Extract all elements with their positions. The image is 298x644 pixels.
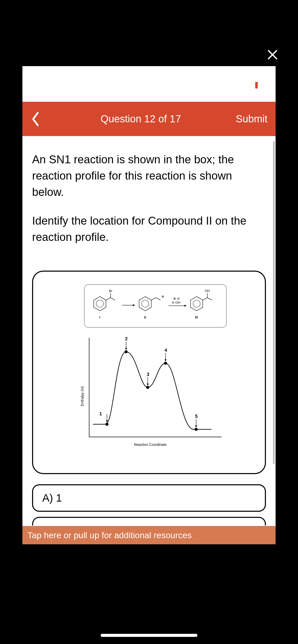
svg-line-16 [207,298,212,300]
figure-container: Br I ⊕ II [32,271,266,474]
label-reagent-charges: ⊕ ⊖ [173,297,180,300]
point-label-5: 5 [195,414,198,419]
answer-option-a-label: A) 1 [42,492,62,504]
reaction-scheme-svg: Br I ⊕ II [85,285,227,328]
point-label-4: 4 [165,348,167,353]
svg-line-2 [106,298,111,300]
scrollbar[interactable] [273,141,275,464]
additional-resources-label: Tap here or pull up for additional resou… [28,530,192,540]
answer-option-a[interactable]: A) 1 [32,484,266,512]
label-plus: ⊕ [161,295,164,298]
answer-option-next-partial[interactable] [32,517,266,525]
label-oh: OH [205,289,210,293]
label-compound-2: II [144,315,146,319]
label-compound-3: III [195,315,198,319]
label-reagent: K OH [172,301,180,304]
svg-point-20 [105,423,109,426]
submit-button[interactable]: Submit [236,113,268,125]
svg-line-3 [111,298,115,300]
svg-line-10 [156,298,160,300]
question-paragraph-1: An SN1 reaction is shown in the box; the… [32,151,266,200]
close-icon[interactable] [266,48,279,61]
back-button[interactable] [31,111,46,127]
svg-point-23 [164,362,167,365]
screen-root: Question 12 of 17 Submit An SN1 reaction… [0,0,298,644]
question-content: An SN1 reaction is shown in the box; the… [22,136,276,544]
svg-point-21 [125,350,128,353]
question-navbar: Question 12 of 17 Submit [22,102,276,136]
label-compound-1: I [99,315,100,319]
question-text: An SN1 reaction is shown in the box; the… [22,136,276,263]
card-top-strip [22,66,276,102]
svg-point-14 [193,300,200,307]
svg-marker-12 [184,305,186,307]
additional-resources-bar[interactable]: Tap here or pull up for additional resou… [22,526,276,544]
svg-line-9 [151,298,156,300]
svg-marker-34 [195,426,197,428]
question-counter: Question 12 of 17 [101,113,181,125]
plot-ylabel: Enthalpy (H) [80,386,84,406]
label-br: Br [109,289,113,293]
question-card: Question 12 of 17 Submit An SN1 reaction… [22,66,276,544]
reaction-scheme-box: Br I ⊕ II [84,284,227,328]
home-indicator[interactable] [101,634,197,637]
svg-point-22 [146,386,149,389]
svg-marker-28 [125,348,127,350]
svg-marker-6 [133,304,135,306]
question-paragraph-2: Identify the location for Compound II on… [32,213,266,245]
point-label-1: 1 [99,411,102,416]
svg-point-1 [96,300,103,307]
svg-marker-30 [147,384,149,386]
point-label-2: 2 [125,336,128,341]
reaction-profile-plot: Enthalpy (H) Reaction Coordinate [69,330,232,452]
svg-line-15 [203,298,207,300]
point-label-3: 3 [147,372,149,377]
svg-point-24 [195,428,198,431]
svg-marker-0 [94,297,106,311]
plot-xlabel: Reaction Coordinate [134,443,167,447]
svg-marker-32 [165,359,167,361]
svg-marker-7 [139,297,151,311]
svg-point-8 [142,300,149,307]
battery-low-indicator [255,82,258,89]
svg-marker-13 [191,297,203,311]
